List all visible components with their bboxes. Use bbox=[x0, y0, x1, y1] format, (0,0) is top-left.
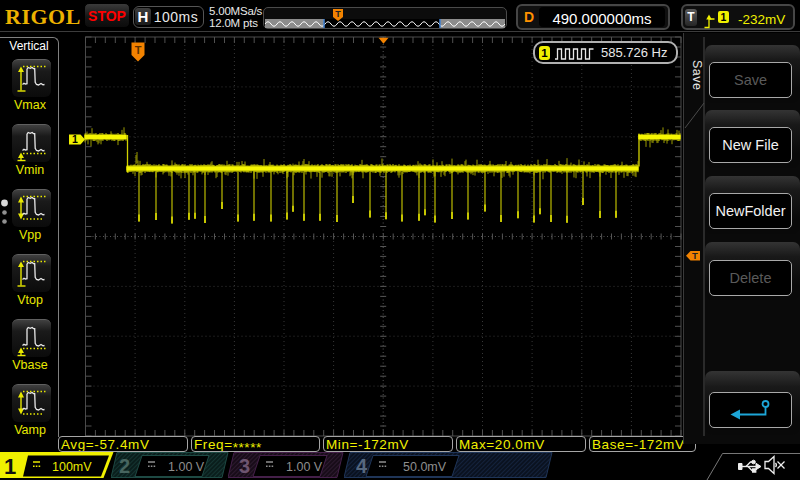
svg-text:50.0mV: 50.0mV bbox=[403, 460, 447, 474]
svg-text:1.00 V: 1.00 V bbox=[168, 460, 205, 474]
svg-text:1: 1 bbox=[4, 454, 16, 478]
svg-text:100mV: 100mV bbox=[52, 460, 92, 474]
svg-text:1.00 V: 1.00 V bbox=[286, 460, 323, 474]
svg-text:2: 2 bbox=[119, 455, 130, 477]
svg-text:T: T bbox=[135, 44, 142, 56]
svg-text:T: T bbox=[692, 250, 698, 261]
svg-text:1: 1 bbox=[72, 133, 78, 145]
svg-text:3: 3 bbox=[239, 455, 250, 477]
svg-text:4: 4 bbox=[356, 455, 368, 477]
